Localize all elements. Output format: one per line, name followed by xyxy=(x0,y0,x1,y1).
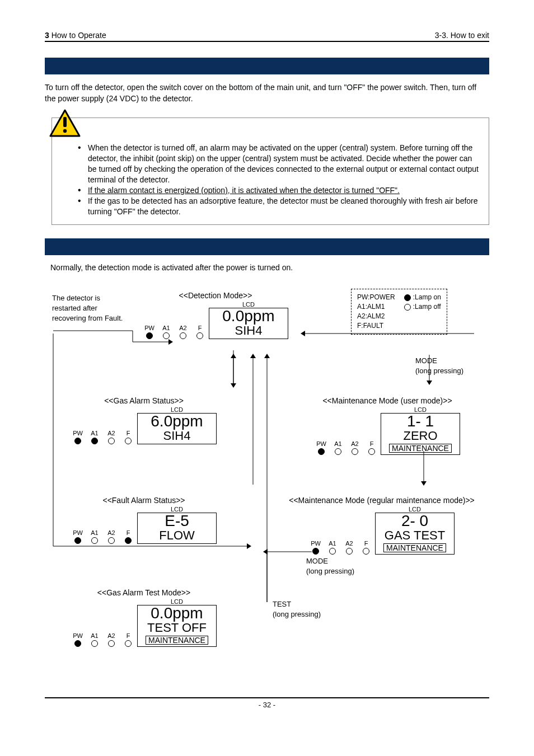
fault-lcd: E-5 FLOW xyxy=(137,513,217,543)
flowchart: PW:POWER A1:ALM1 A2:ALM2 F:FAULT :Lamp o… xyxy=(49,289,485,680)
section2-paragraph: Normally, the detection mode is activate… xyxy=(50,263,489,272)
module-gas-alarm: <<Gas Alarm Status>> PW A1 A2 F LCD 6.0p… xyxy=(60,396,228,444)
caution-item-1: When the detector is turned off, an alar… xyxy=(77,143,479,185)
caution-icon xyxy=(48,108,82,139)
test-long-note: TEST (long pressing) xyxy=(273,599,321,619)
fault-lamps: PW A1 A2 F xyxy=(71,529,135,544)
chapter-number: 3 xyxy=(45,31,49,40)
svg-rect-1 xyxy=(63,117,67,127)
maint-reg-lcd: 2- 0 GAS TEST MAINTENANCE xyxy=(375,513,455,554)
section-bar-2 xyxy=(45,238,489,255)
mode-long-note-2: MODE (long pressing) xyxy=(306,556,354,576)
caution-item-2: If the alarm contact is energized (optio… xyxy=(77,185,479,196)
gas-test-title: <<Gas Alarm Test Mode>> xyxy=(60,588,228,597)
maint-reg-title: <<Maintenance Mode (regular maintenance … xyxy=(273,496,491,505)
section1-paragraph: To turn off the detector, open the switc… xyxy=(45,82,489,104)
section-bar-1 xyxy=(45,58,489,74)
module-gas-test: <<Gas Alarm Test Mode>> PW A1 A2 F LCD 0… xyxy=(60,588,228,646)
module-fault: <<Fault Alarm Status>> PW A1 A2 F LCD E-… xyxy=(60,496,228,543)
page-number: - 32 - xyxy=(45,698,489,709)
caution-block: When the detector is turned off, an alar… xyxy=(45,118,489,225)
gas-alarm-lcd: 6.0ppm SIH4 xyxy=(137,413,217,444)
gas-alarm-title: <<Gas Alarm Status>> xyxy=(60,396,228,405)
header-right: 3-3. How to exit xyxy=(435,31,489,40)
svg-point-2 xyxy=(63,129,67,133)
gas-alarm-lamps: PW A1 A2 F xyxy=(71,430,135,444)
caution-item-3: If the gas to be detected has an adsorpt… xyxy=(77,196,479,217)
chapter-label: How to Operate xyxy=(51,31,106,40)
fault-title: <<Fault Alarm Status>> xyxy=(60,496,228,505)
module-maint-user: <<Maintenance Mode (user mode)>> PW A1 A… xyxy=(292,396,483,454)
gas-test-lcd: 0.0ppm TEST OFF MAINTENANCE xyxy=(137,605,217,646)
page-header: 3 How to Operate 3-3. How to exit xyxy=(45,31,489,42)
gas-test-lamps: PW A1 A2 F xyxy=(71,632,135,647)
header-left: 3 How to Operate xyxy=(45,31,106,40)
maint-user-lcd: 1- 1 ZERO MAINTENANCE xyxy=(381,413,460,454)
maint-reg-lamps: PW A1 A2 F xyxy=(309,540,373,555)
maint-user-lamps: PW A1 A2 F xyxy=(315,440,378,455)
maint-user-title: <<Maintenance Mode (user mode)>> xyxy=(292,396,483,405)
mode-long-note-1: MODE (long pressing) xyxy=(415,356,463,375)
module-maint-regular: <<Maintenance Mode (regular maintenance … xyxy=(273,496,491,554)
